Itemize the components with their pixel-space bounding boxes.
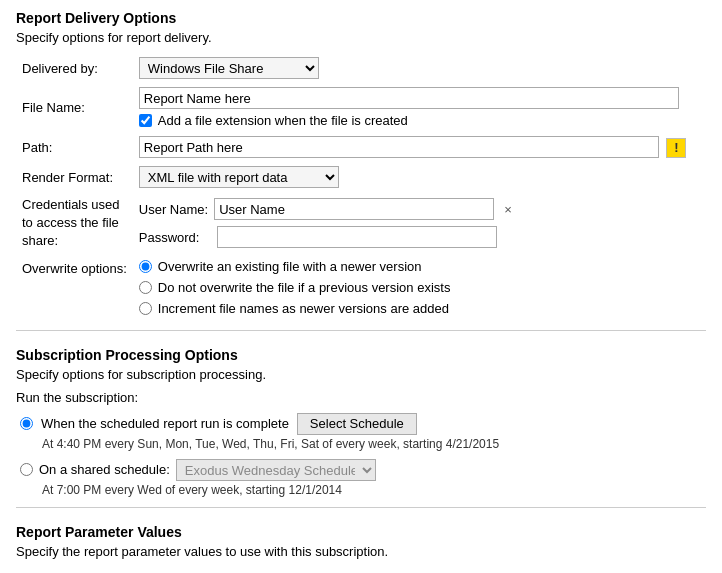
credentials-label: Credentials usedto access the fileshare: (16, 192, 133, 255)
overwrite-option-1: Overwrite an existing file with a newer … (158, 259, 422, 274)
delivered-by-select[interactable]: Windows File Share Email SharePoint (139, 57, 319, 79)
file-name-label: File Name: (16, 83, 133, 132)
section2-title: Subscription Processing Options (16, 347, 706, 363)
scheduled-run-label: When the scheduled report run is complet… (41, 416, 289, 431)
divider-1 (16, 330, 706, 331)
shared-label: On a shared schedule: (39, 462, 170, 477)
warning-icon: ! (666, 138, 686, 158)
file-extension-checkbox[interactable] (139, 114, 152, 127)
run-label: Run the subscription: (16, 390, 706, 405)
section3-subtitle: Specify the report parameter values to u… (16, 544, 706, 559)
username-label: User Name: (139, 202, 208, 217)
password-label: Password: (139, 230, 200, 245)
divider-2 (16, 507, 706, 508)
render-format-select[interactable]: XML file with report data CSV PDF Excel (139, 166, 339, 188)
overwrite-radio-3[interactable] (139, 302, 152, 315)
overwrite-label: Overwrite options: (16, 255, 133, 320)
section3-title: Report Parameter Values (16, 524, 706, 540)
file-name-input[interactable] (139, 87, 679, 109)
shared-schedule-info: At 7:00 PM every Wed of every week, star… (42, 483, 706, 497)
scheduled-run-radio[interactable] (20, 417, 33, 430)
file-extension-label: Add a file extension when the file is cr… (158, 113, 408, 128)
clear-username-button[interactable]: × (500, 202, 516, 217)
select-schedule-button[interactable]: Select Schedule (297, 413, 417, 435)
path-input[interactable] (139, 136, 659, 158)
password-input[interactable] (217, 226, 497, 248)
render-format-label: Render Format: (16, 162, 133, 192)
username-input[interactable] (214, 198, 494, 220)
delivered-by-label: Delivered by: (16, 53, 133, 83)
section1-title: Report Delivery Options (16, 10, 706, 26)
shared-schedule-radio[interactable] (20, 463, 33, 476)
overwrite-radio-2[interactable] (139, 281, 152, 294)
overwrite-option-3: Increment file names as newer versions a… (158, 301, 449, 316)
overwrite-radio-1[interactable] (139, 260, 152, 273)
section1-subtitle: Specify options for report delivery. (16, 30, 706, 45)
path-label: Path: (16, 132, 133, 162)
overwrite-option-2: Do not overwrite the file if a previous … (158, 280, 451, 295)
section2-subtitle: Specify options for subscription process… (16, 367, 706, 382)
schedule-info: At 4:40 PM every Sun, Mon, Tue, Wed, Thu… (42, 437, 706, 451)
shared-schedule-select[interactable]: Exodus Wednesday Schedule (176, 459, 376, 481)
